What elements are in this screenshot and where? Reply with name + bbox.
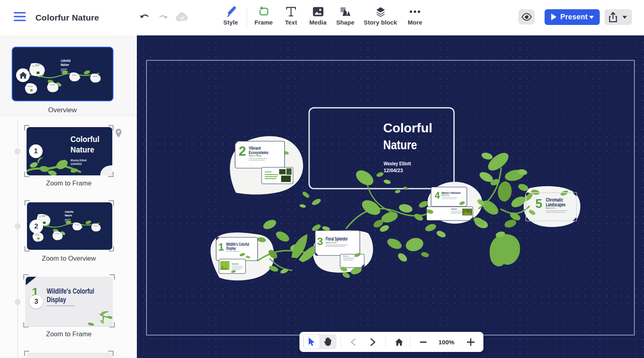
svg-text:Nature: Nature — [70, 145, 94, 154]
svg-text:Subtitle: Subtitle — [265, 171, 272, 173]
svg-text:1: 1 — [218, 241, 224, 253]
svg-text:Nature Hues: Nature Hues — [442, 194, 450, 196]
svg-text:Wesley Elliott: Wesley Elliott — [384, 161, 411, 167]
svg-text:Floral Splendor: Floral Splendor — [326, 236, 348, 242]
svg-text:Nature's Colors: Nature's Colors — [326, 241, 336, 244]
svg-text:5: 5 — [535, 197, 542, 211]
svg-text:Colorful: Colorful — [70, 135, 99, 144]
svg-text:Display: Display — [226, 246, 236, 251]
svg-text:Colorful: Colorful — [383, 121, 432, 135]
svg-text:Colorful: Colorful — [65, 210, 74, 214]
svg-text:Wesley Elliott: Wesley Elliott — [70, 159, 87, 162]
svg-text:4: 4 — [435, 190, 440, 201]
svg-text:Nature: Nature — [61, 63, 69, 67]
svg-text:Nature's Art: Nature's Art — [546, 207, 555, 209]
svg-text:Nature: Nature — [65, 214, 72, 217]
svg-text:12/04/23: 12/04/23 — [70, 163, 82, 165]
svg-text:Subtitle: Subtitle — [232, 263, 239, 265]
svg-text:2: 2 — [39, 215, 41, 218]
svg-text:2: 2 — [239, 144, 246, 158]
svg-text:Subtitle: Subtitle — [343, 255, 349, 257]
svg-text:Colorful: Colorful — [61, 59, 70, 63]
svg-text:Subtitle: Subtitle — [451, 208, 457, 210]
svg-text:3: 3 — [317, 235, 323, 247]
svg-text:Wildlife's Colorful: Wildlife's Colorful — [47, 287, 94, 295]
svg-text:Display: Display — [47, 296, 66, 304]
svg-text:Nature: Nature — [383, 138, 417, 152]
svg-text:12/04/23: 12/04/23 — [384, 168, 403, 173]
svg-text:Nature's Palette: Nature's Palette — [249, 154, 262, 157]
